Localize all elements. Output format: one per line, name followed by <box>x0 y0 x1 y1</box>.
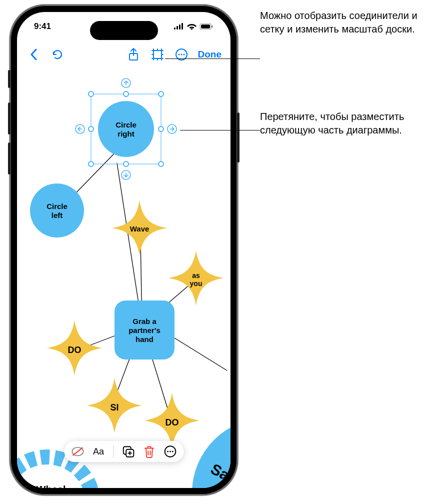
wifi-icon <box>187 23 196 30</box>
callout-line-2 <box>180 130 260 130</box>
node-as-you-label-1: as <box>192 272 200 280</box>
iphone-frame: 9:41 <box>10 5 238 495</box>
canvas-svg: Circle left Circle right <box>17 68 230 488</box>
node-grab-label-2: partner's <box>128 326 160 334</box>
node-circle-left[interactable]: Circle left <box>30 184 84 238</box>
node-grab-partner[interactable]: Grab a partner's hand <box>114 300 174 360</box>
node-wave-label: Wave <box>130 224 150 233</box>
node-si[interactable]: SI <box>87 378 142 433</box>
node-si-label: SI <box>110 402 118 412</box>
svg-point-48 <box>172 450 173 452</box>
svg-point-13 <box>183 54 184 55</box>
connector-handle-top[interactable] <box>122 78 130 88</box>
svg-point-26 <box>124 92 128 96</box>
cellular-icon <box>174 23 184 30</box>
context-toolbar: Aa <box>64 441 184 462</box>
phone-screen: 9:41 <box>17 12 230 488</box>
power-button <box>237 112 240 162</box>
fill-color-button[interactable] <box>71 445 84 458</box>
svg-point-4 <box>191 28 192 30</box>
svg-point-27 <box>158 92 164 96</box>
freeform-canvas[interactable]: Circle left Circle right <box>17 68 230 488</box>
node-wave[interactable]: Wave <box>112 200 167 256</box>
battery-icon <box>200 23 214 30</box>
node-circle-left-label-2: left <box>52 211 63 220</box>
node-as-you-label-2: you <box>190 280 202 288</box>
text-style-button[interactable]: Aa <box>92 445 105 458</box>
svg-point-47 <box>169 450 170 452</box>
dynamic-island <box>90 21 158 40</box>
top-toolbar: Done <box>17 41 230 68</box>
connector-handle-right[interactable] <box>168 124 176 134</box>
undo-button[interactable] <box>50 47 65 62</box>
node-circle-right-label-1: Circle <box>116 120 136 129</box>
back-button[interactable] <box>26 47 41 62</box>
svg-line-42 <box>73 448 82 456</box>
node-as-you[interactable]: as you <box>168 250 224 306</box>
callout-1: Можно отобразить соединители и сетку и и… <box>260 9 430 36</box>
volume-down-button <box>8 142 10 174</box>
svg-point-38 <box>192 418 230 488</box>
svg-point-30 <box>88 162 94 166</box>
svg-point-29 <box>158 126 164 132</box>
svg-rect-3 <box>182 23 183 30</box>
connector-handle-bottom[interactable] <box>122 170 130 180</box>
svg-point-11 <box>178 54 180 55</box>
grid-settings-button[interactable] <box>150 47 165 62</box>
node-do-2[interactable]: DO <box>144 393 200 448</box>
side-button <box>8 70 10 88</box>
callout-line-1 <box>165 58 260 59</box>
node-wheel-label: Wheel <box>36 484 66 488</box>
svg-point-46 <box>167 450 168 452</box>
svg-rect-6 <box>201 24 210 28</box>
svg-point-32 <box>158 162 164 166</box>
status-time: 9:41 <box>34 22 51 32</box>
more-options-button[interactable] <box>164 445 176 458</box>
svg-rect-9 <box>154 50 162 58</box>
delete-button[interactable] <box>142 445 156 458</box>
share-button[interactable] <box>126 47 141 62</box>
svg-rect-7 <box>212 26 213 28</box>
toolbar-separator <box>113 446 114 458</box>
svg-rect-2 <box>179 24 180 30</box>
node-circle-right-label-2: right <box>118 130 134 138</box>
svg-rect-1 <box>176 26 178 30</box>
node-do-2-label: DO <box>166 418 179 428</box>
duplicate-button[interactable] <box>122 445 134 458</box>
node-sa-partial[interactable]: Sa <box>192 418 230 488</box>
volume-up-button <box>8 102 10 134</box>
node-circle-left-label-1: Circle <box>46 202 68 210</box>
callout-2: Перетяните, чтобы разместить следующую ч… <box>260 110 430 137</box>
svg-point-25 <box>88 92 94 96</box>
node-do-1-label: DO <box>68 345 82 355</box>
svg-point-31 <box>124 162 128 166</box>
node-do-1[interactable]: DO <box>47 320 102 376</box>
node-grab-label-1: Grab a <box>132 317 156 326</box>
svg-point-28 <box>88 126 94 132</box>
svg-rect-0 <box>174 28 176 30</box>
node-circle-right[interactable]: Circle right <box>98 101 154 157</box>
status-icons <box>174 23 214 30</box>
more-button[interactable] <box>174 47 189 62</box>
connector-handle-left[interactable] <box>76 124 84 134</box>
svg-line-21 <box>174 338 227 370</box>
svg-point-12 <box>180 54 182 55</box>
node-grab-label-3: hand <box>136 335 154 344</box>
